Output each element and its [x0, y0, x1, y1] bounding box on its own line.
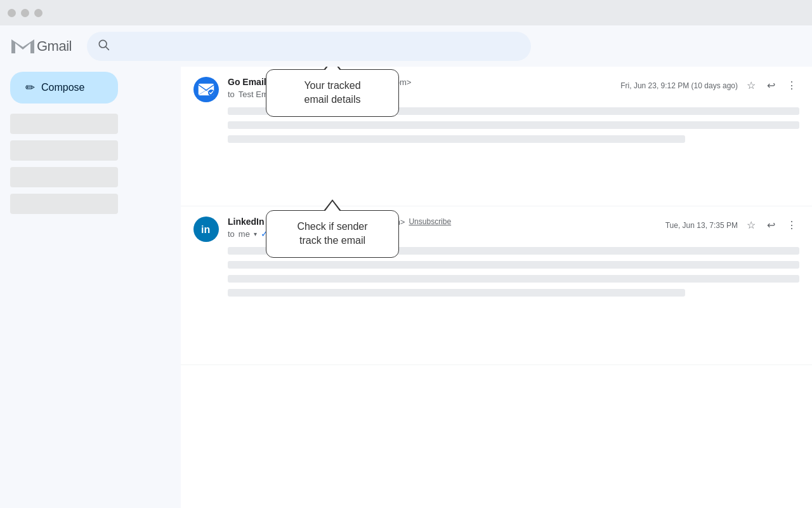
email-2-unsubscribe-link[interactable]: Unsubscribe	[409, 217, 451, 226]
search-icon	[97, 38, 110, 54]
sidebar-item-3[interactable]	[10, 167, 118, 187]
compose-icon: ✏	[25, 81, 35, 95]
email-1-more-button[interactable]: ⋮	[784, 77, 799, 94]
title-bar	[0, 0, 812, 25]
email-1-body: Your trackedemail details	[228, 107, 799, 143]
email-list: Go EmailTracker <goemailtracker@gmail.co…	[181, 67, 812, 508]
email-2-body: Check if sendertrack the email	[228, 247, 799, 297]
sidebar: ✏ Compose	[0, 67, 181, 508]
compose-label: Compose	[41, 82, 84, 93]
svg-text:in: in	[201, 224, 210, 235]
sidebar-item-1[interactable]	[10, 114, 118, 134]
avatar-linkedin: in	[193, 217, 219, 242]
body-layout: ✏ Compose	[0, 67, 812, 508]
gmail-logo: Gmail	[10, 37, 72, 56]
email-2-date: Tue, Jun 13, 7:35 PM	[665, 221, 738, 230]
search-bar[interactable]	[87, 32, 531, 61]
email-1-star-button[interactable]: ☆	[744, 77, 758, 94]
email-1-to-label: to	[228, 90, 235, 99]
email-2-dropdown-arrow[interactable]: ▾	[254, 231, 257, 237]
email-2-to-label: to	[228, 229, 235, 239]
email-1-callout: Your trackedemail details	[266, 69, 399, 117]
traffic-light-green[interactable]	[34, 9, 43, 17]
sidebar-item-4[interactable]	[10, 194, 118, 214]
gmail-label: Gmail	[37, 38, 72, 55]
svg-line-1	[106, 47, 109, 50]
email-1-line-3	[228, 135, 685, 143]
email-2-line-2	[228, 261, 799, 269]
email-2-callout: Check if sendertrack the email	[266, 210, 399, 258]
email-1-actions: Fri, Jun 23, 9:12 PM (10 days ago) ☆ ↩ ⋮	[620, 77, 799, 94]
email-2-line-3	[228, 275, 799, 283]
sidebar-item-2[interactable]	[10, 140, 118, 161]
search-input[interactable]	[116, 41, 521, 52]
email-1-date: Fri, Jun 23, 9:12 PM (10 days ago)	[620, 81, 738, 90]
email-1-callout-container: Your trackedemail details	[266, 69, 399, 117]
email-item-2[interactable]: in LinkedIn ✓ <updates-noreply@linkedin.…	[181, 206, 812, 365]
compose-button[interactable]: ✏ Compose	[10, 72, 118, 104]
email-2-reply-button[interactable]: ↩	[764, 217, 778, 234]
traffic-light-red[interactable]	[8, 9, 16, 17]
email-1-reply-button[interactable]: ↩	[764, 77, 778, 94]
avatar-emailtracker	[193, 77, 219, 102]
gmail-m-icon	[10, 37, 36, 56]
email-2-actions: Tue, Jun 13, 7:35 PM ☆ ↩ ⋮	[665, 217, 799, 234]
email-2-star-button[interactable]: ☆	[744, 217, 758, 234]
traffic-light-yellow[interactable]	[21, 9, 29, 17]
email-2-line-4	[228, 289, 685, 297]
email-2-more-button[interactable]: ⋮	[784, 217, 799, 234]
email-2-callout-container: Check if sendertrack the email	[266, 210, 399, 258]
email-1-line-2	[228, 121, 799, 129]
email-2-sender-name: LinkedIn	[228, 217, 265, 227]
gmail-header: Gmail	[0, 25, 812, 67]
email-item-1[interactable]: Go EmailTracker <goemailtracker@gmail.co…	[181, 67, 812, 206]
email-2-to-name: me	[239, 229, 250, 239]
